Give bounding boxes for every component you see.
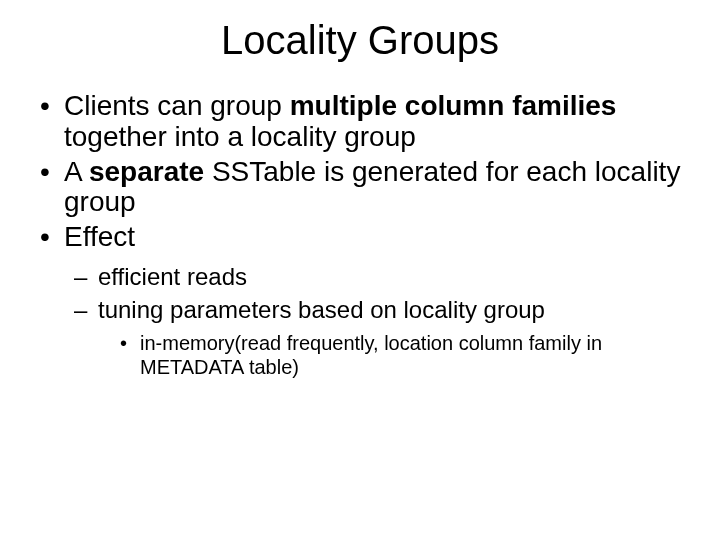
bold-text: multiple column families (290, 90, 617, 121)
sub-bullet-1: efficient reads (74, 263, 690, 292)
text-fragment: Clients can group (64, 90, 290, 121)
bold-text: separate (89, 156, 204, 187)
bullet-list-level2: efficient reads tuning parameters based … (74, 263, 690, 379)
text-fragment: tuning parameters based on locality grou… (98, 296, 545, 323)
bullet-item-3: Effect efficient reads tuning parameters… (36, 222, 690, 378)
slide-content: Clients can group multiple column famili… (0, 91, 720, 379)
sub-sub-bullet-1: in-memory(read frequently, location colu… (120, 331, 690, 379)
slide: Locality Groups Clients can group multip… (0, 0, 720, 540)
text-fragment: Effect (64, 221, 135, 252)
bullet-item-2: A separate SSTable is generated for each… (36, 157, 690, 219)
bullet-list-level1: Clients can group multiple column famili… (36, 91, 690, 379)
bullet-list-level3: in-memory(read frequently, location colu… (120, 331, 690, 379)
bullet-item-1: Clients can group multiple column famili… (36, 91, 690, 153)
slide-title: Locality Groups (0, 18, 720, 63)
text-fragment: together into a locality group (64, 121, 416, 152)
sub-bullet-2: tuning parameters based on locality grou… (74, 296, 690, 379)
text-fragment: A (64, 156, 89, 187)
